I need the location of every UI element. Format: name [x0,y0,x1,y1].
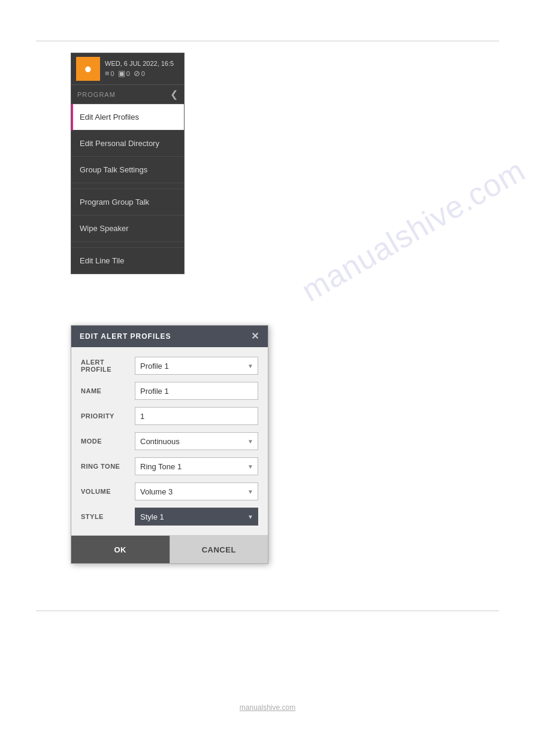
user-icon: ● [84,62,92,75]
alert-profile-select[interactable]: Profile 1 Profile 2 Profile 3 [135,357,258,375]
block-count: 0 [141,70,145,77]
list-count: 0 [111,70,114,77]
sidebar-item-label: Group Talk Settings [80,165,147,174]
dialog-title: EDIT ALERT PROFILES [80,332,171,341]
dialog-footer: OK CANCEL [71,535,268,563]
volume-label: VOLUME [81,488,135,495]
icon-block: ⊘ 0 [134,69,145,78]
name-input[interactable] [135,382,258,400]
edit-alert-profiles-dialog: EDIT ALERT PROFILES ✕ ALERT PROFILE Prof… [71,325,268,564]
sidebar-item-group-talk-settings[interactable]: Group Talk Settings [71,157,184,183]
program-row: PROGRAM ❮ [71,85,184,104]
grid-icon: ▣ [118,69,125,78]
sidebar-header: ● WED, 6 JUL 2022, 16:5 ≡ 0 ▣ 0 ⊘ 0 [71,53,184,85]
mode-select[interactable]: Continuous Single Pulse [135,432,258,450]
mode-row: MODE Continuous Single Pulse [81,432,258,450]
bottom-divider [36,611,499,611]
icon-grid: ▣ 0 [118,69,130,78]
sidebar-panel: ● WED, 6 JUL 2022, 16:5 ≡ 0 ▣ 0 ⊘ 0 P [71,53,185,274]
style-select-wrapper: Style 1 Style 2 Style 3 [135,508,258,526]
ok-button[interactable]: OK [71,536,170,563]
list-icon: ≡ [105,69,110,78]
header-info: WED, 6 JUL 2022, 16:5 ≡ 0 ▣ 0 ⊘ 0 [105,60,179,78]
icon-list: ≡ 0 [105,69,114,78]
watermark: manualshive.com [295,152,531,309]
mode-label: MODE [81,438,135,445]
bottom-link: manualshive.com [240,703,295,712]
grid-count: 0 [126,70,130,77]
priority-input[interactable] [135,407,258,425]
priority-label: PRIORITY [81,412,135,420]
header-status-icons: ≡ 0 ▣ 0 ⊘ 0 [105,69,179,78]
ring-tone-select-wrapper: Ring Tone 1 Ring Tone 2 Ring Tone 3 [135,457,258,475]
priority-row: PRIORITY [81,407,258,425]
close-icon[interactable]: ✕ [251,332,259,341]
alert-profile-label: ALERT PROFILE [81,359,135,373]
volume-row: VOLUME Volume 1 Volume 2 Volume 3 Volume… [81,482,258,500]
style-row: STYLE Style 1 Style 2 Style 3 [81,508,258,526]
dialog-body: ALERT PROFILE Profile 1 Profile 2 Profil… [71,347,268,526]
sidebar-item-label: Wipe Speaker [80,224,129,233]
alert-profile-row: ALERT PROFILE Profile 1 Profile 2 Profil… [81,357,258,375]
datetime-label: WED, 6 JUL 2022, 16:5 [105,60,179,67]
menu-divider-2 [71,242,184,248]
ring-tone-row: RING TONE Ring Tone 1 Ring Tone 2 Ring T… [81,457,258,475]
ring-tone-select[interactable]: Ring Tone 1 Ring Tone 2 Ring Tone 3 [135,457,258,475]
sidebar-item-edit-personal-directory[interactable]: Edit Personal Directory [71,130,184,157]
sidebar-item-label: Edit Line Tile [80,256,124,265]
program-label: PROGRAM [77,91,116,98]
top-divider [36,41,499,41]
alert-profile-select-wrapper: Profile 1 Profile 2 Profile 3 [135,357,258,375]
style-label: STYLE [81,513,135,520]
avatar: ● [76,57,100,81]
cancel-button[interactable]: CANCEL [170,536,268,563]
back-icon[interactable]: ❮ [170,89,178,100]
sidebar-item-label: Program Group Talk [80,198,149,207]
sidebar-item-edit-line-tile[interactable]: Edit Line Tile [71,248,184,274]
mode-select-wrapper: Continuous Single Pulse [135,432,258,450]
sidebar-item-edit-alert-profiles[interactable]: Edit Alert Profiles [71,104,184,130]
style-select[interactable]: Style 1 Style 2 Style 3 [135,508,258,526]
dialog-header: EDIT ALERT PROFILES ✕ [71,326,268,347]
menu-divider-1 [71,183,184,189]
name-label: NAME [81,387,135,394]
sidebar-item-wipe-speaker[interactable]: Wipe Speaker [71,215,184,242]
sidebar-item-label: Edit Personal Directory [80,139,159,148]
block-icon: ⊘ [134,69,140,78]
ring-tone-label: RING TONE [81,463,135,470]
sidebar-item-label: Edit Alert Profiles [80,113,139,122]
sidebar-item-program-group-talk[interactable]: Program Group Talk [71,189,184,215]
volume-select-wrapper: Volume 1 Volume 2 Volume 3 Volume 4 [135,482,258,500]
volume-select[interactable]: Volume 1 Volume 2 Volume 3 Volume 4 [135,482,258,500]
name-row: NAME [81,382,258,400]
